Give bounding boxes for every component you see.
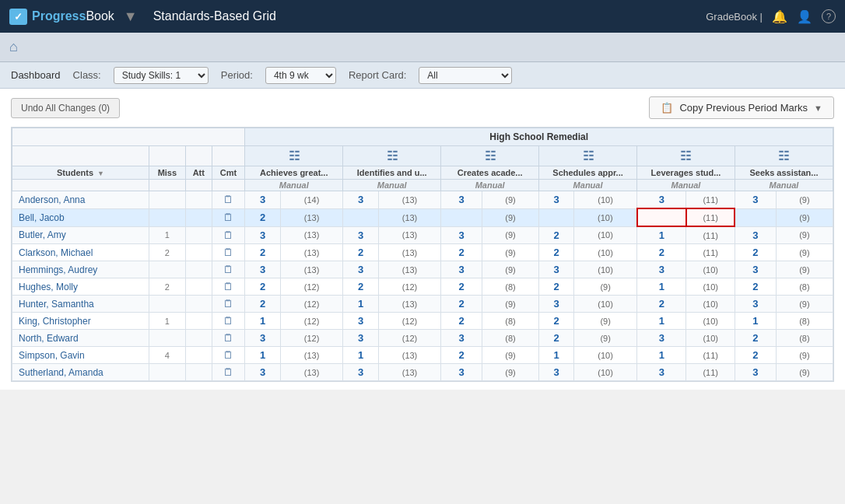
grade-value-cell[interactable]: 1 bbox=[637, 313, 686, 330]
grade-value-cell[interactable]: 3 bbox=[343, 261, 379, 278]
cmt-cell[interactable]: 🗒 bbox=[212, 191, 245, 209]
grade-value-cell[interactable]: 3 bbox=[343, 191, 379, 209]
period-select[interactable]: 4th 9 wk bbox=[265, 67, 336, 84]
grade-value-cell[interactable]: 1 bbox=[245, 347, 281, 364]
cmt-cell[interactable]: 🗒 bbox=[212, 313, 245, 330]
dashboard-link[interactable]: Dashboard bbox=[11, 69, 61, 81]
class-select[interactable]: Study Skills: 1 bbox=[114, 67, 209, 84]
grade-value-cell[interactable]: 2 bbox=[539, 330, 574, 347]
grade-value-cell[interactable]: 3 bbox=[245, 226, 281, 244]
help-icon[interactable]: ? bbox=[822, 9, 836, 23]
grade-value-cell[interactable]: 3 bbox=[539, 191, 574, 209]
grade-value-cell[interactable]: 3 bbox=[245, 330, 281, 347]
student-name-cell[interactable]: Simpson, Gavin bbox=[12, 347, 149, 364]
grade-value-cell[interactable]: 3 bbox=[441, 191, 482, 209]
grade-value-cell[interactable]: 3 bbox=[735, 296, 776, 313]
grade-value-cell[interactable]: 3 bbox=[441, 261, 482, 278]
student-name-cell[interactable]: Butler, Amy bbox=[12, 226, 149, 244]
grade-value-cell[interactable]: 3 bbox=[539, 261, 574, 278]
grade-value-cell[interactable]: 3 bbox=[637, 364, 686, 381]
grade-value-cell[interactable]: 3 bbox=[441, 364, 482, 381]
grade-value-cell[interactable]: 2 bbox=[441, 296, 482, 313]
cmt-cell[interactable]: 🗒 bbox=[212, 244, 245, 261]
grade-value-cell[interactable]: 1 bbox=[343, 296, 379, 313]
grade-value-cell[interactable]: 1 bbox=[245, 313, 281, 330]
grade-value-cell[interactable]: 3 bbox=[735, 191, 776, 209]
cmt-cell[interactable]: 🗒 bbox=[212, 347, 245, 364]
grade-value-cell[interactable]: 1 bbox=[637, 226, 686, 244]
grade-value-cell[interactable]: 1 bbox=[539, 347, 574, 364]
student-name-cell[interactable]: Anderson, Anna bbox=[12, 191, 149, 209]
grade-value-cell[interactable]: 2 bbox=[539, 244, 574, 261]
grade-value-cell[interactable]: 3 bbox=[245, 364, 281, 381]
report-card-select[interactable]: All bbox=[419, 67, 512, 84]
grade-value-cell[interactable]: 1 bbox=[637, 278, 686, 296]
home-icon[interactable]: ⌂ bbox=[9, 39, 18, 55]
grade-value-cell[interactable]: 2 bbox=[637, 296, 686, 313]
grade-value-cell[interactable]: 3 bbox=[539, 296, 574, 313]
grade-value-cell[interactable]: 3 bbox=[735, 364, 776, 381]
grade-value-cell[interactable]: 2 bbox=[539, 278, 574, 296]
grade-value-cell[interactable]: 3 bbox=[637, 191, 686, 209]
grade-value-cell[interactable] bbox=[343, 208, 379, 226]
grade-value-cell[interactable]: 3 bbox=[637, 261, 686, 278]
grade-value-cell[interactable]: 3 bbox=[343, 313, 379, 330]
grade-value-cell[interactable]: 2 bbox=[539, 226, 574, 244]
grade-value-cell[interactable]: 3 bbox=[245, 191, 281, 209]
grade-value-cell[interactable]: 3 bbox=[539, 364, 574, 381]
cmt-cell[interactable]: 🗒 bbox=[212, 296, 245, 313]
copy-previous-button[interactable]: 📋 Copy Previous Period Marks ▼ bbox=[649, 96, 834, 119]
grade-value-cell[interactable] bbox=[539, 208, 574, 226]
grade-value-cell[interactable]: 2 bbox=[245, 296, 281, 313]
cmt-cell[interactable]: 🗒 bbox=[212, 278, 245, 296]
grade-value-cell[interactable]: 3 bbox=[637, 330, 686, 347]
grade-value-cell[interactable] bbox=[735, 208, 776, 226]
student-name-cell[interactable]: Hunter, Samantha bbox=[12, 296, 149, 313]
grade-value-cell[interactable]: 3 bbox=[245, 261, 281, 278]
grade-value-cell[interactable]: 2 bbox=[539, 313, 574, 330]
student-name-cell[interactable]: Hughes, Molly bbox=[12, 278, 149, 296]
grade-value-cell[interactable]: 3 bbox=[343, 226, 379, 244]
grade-value-cell[interactable]: 2 bbox=[735, 347, 776, 364]
grade-value-cell[interactable]: 3 bbox=[735, 261, 776, 278]
cmt-cell[interactable]: 🗒 bbox=[212, 330, 245, 347]
grade-value-cell[interactable]: 2 bbox=[735, 330, 776, 347]
grade-value-cell[interactable]: 2 bbox=[343, 244, 379, 261]
grade-value-cell[interactable]: 3 bbox=[343, 364, 379, 381]
grade-value-cell[interactable]: 2 bbox=[637, 244, 686, 261]
student-name-cell[interactable]: King, Christopher bbox=[12, 313, 149, 330]
grade-value-cell[interactable]: 2 bbox=[441, 313, 482, 330]
grade-value-cell[interactable]: 3 bbox=[441, 330, 482, 347]
undo-button[interactable]: Undo All Changes (0) bbox=[11, 98, 120, 118]
student-name-cell[interactable]: Sutherland, Amanda bbox=[12, 364, 149, 381]
grade-value-cell[interactable]: 1 bbox=[343, 347, 379, 364]
cmt-cell[interactable]: 🗒 bbox=[212, 226, 245, 244]
grade-value-cell[interactable]: 2 bbox=[245, 208, 281, 226]
grade-value-cell[interactable]: 3 bbox=[441, 226, 482, 244]
grid-container[interactable]: High School Remedial ☷ ☷ ☷ ☷ ☷ ☷ Stud bbox=[11, 127, 834, 382]
grade-value-cell[interactable]: 1 bbox=[637, 347, 686, 364]
grade-value-cell[interactable]: 2 bbox=[245, 278, 281, 296]
grade-value-cell[interactable]: 2 bbox=[441, 278, 482, 296]
grade-value-cell[interactable] bbox=[441, 208, 482, 226]
cmt-cell[interactable]: 🗒 bbox=[212, 208, 245, 226]
grade-value-cell[interactable]: 2 bbox=[441, 347, 482, 364]
cmt-cell[interactable]: 🗒 bbox=[212, 261, 245, 278]
student-name-cell[interactable]: Hemmings, Audrey bbox=[12, 261, 149, 278]
cmt-cell[interactable]: 🗒 bbox=[212, 364, 245, 381]
grade-value-cell[interactable]: 3 bbox=[735, 226, 776, 244]
grade-value-cell[interactable]: 1 bbox=[735, 313, 776, 330]
student-name-cell[interactable]: North, Edward bbox=[12, 330, 149, 347]
grade-input[interactable] bbox=[654, 212, 669, 223]
grade-value-cell[interactable]: 2 bbox=[343, 278, 379, 296]
grade-value-cell[interactable]: 3 bbox=[343, 330, 379, 347]
grade-value-cell[interactable]: 2 bbox=[735, 278, 776, 296]
grade-value-cell[interactable]: 2 bbox=[441, 244, 482, 261]
grade-value-cell[interactable]: 2 bbox=[735, 244, 776, 261]
bell-icon[interactable]: 🔔 bbox=[772, 9, 787, 24]
grade-value-cell[interactable]: 2 bbox=[245, 244, 281, 261]
student-name-cell[interactable]: Clarkson, Michael bbox=[12, 244, 149, 261]
student-name-cell[interactable]: Bell, Jacob bbox=[12, 208, 149, 226]
grade-value-cell[interactable] bbox=[637, 208, 686, 226]
user-icon[interactable]: 👤 bbox=[797, 9, 812, 24]
